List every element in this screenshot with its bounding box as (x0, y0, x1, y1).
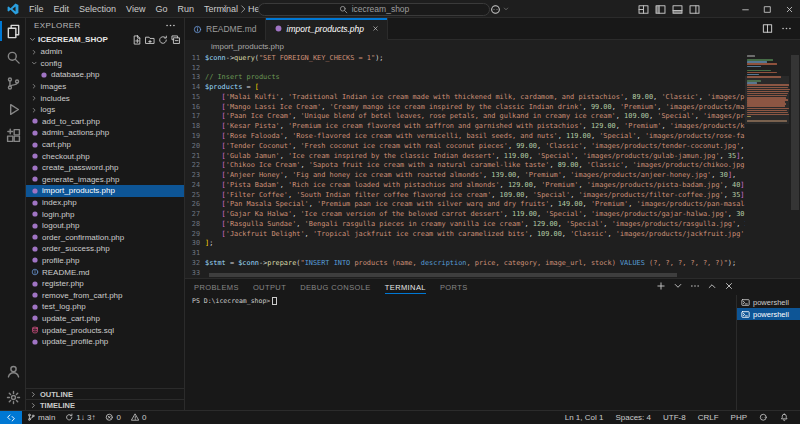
terminal-instance[interactable]: powershell (737, 296, 800, 308)
code-line-25[interactable]: 25 ['Filter Coffee', 'South Indian filte… (185, 190, 745, 200)
workspace-section-header[interactable]: ICECREAM_SHOP (26, 33, 184, 46)
file-item-register.php[interactable]: register.php (26, 278, 184, 290)
file-item-login.php[interactable]: login.php (26, 208, 184, 220)
file-item-import_products.php[interactable]: import_products.php (26, 185, 184, 197)
terminal[interactable]: PS D:\icecream_shop> (192, 297, 730, 305)
collapse-all-icon[interactable] (171, 35, 181, 45)
panel-tab-output[interactable]: OUTPUT (246, 279, 293, 295)
activity-settings[interactable] (0, 384, 26, 410)
code-line-18[interactable]: 18 ['Kesar Pista', 'Premium ice cream fl… (185, 121, 745, 131)
breadcrumb[interactable]: import_products.php (185, 40, 800, 53)
status-warning[interactable]: 0 (131, 413, 146, 422)
file-item-cart.php[interactable]: cart.php (26, 139, 184, 151)
layout-panel-icon[interactable] (672, 4, 683, 15)
code-line-32[interactable]: 32$stmt = $conn->prepare("INSERT INTO pr… (185, 258, 745, 268)
code-line-11[interactable]: 11$conn->query("SET FOREIGN_KEY_CHECKS =… (185, 53, 745, 63)
outline-section[interactable]: OUTLINE (26, 388, 184, 399)
code-line-29[interactable]: 29 ['Jackfruit Delight', 'Tropical jackf… (185, 229, 745, 239)
chev-up-icon[interactable] (707, 281, 717, 291)
file-item-remove_from_cart.php[interactable]: remove_from_cart.php (26, 289, 184, 301)
activity-search[interactable] (0, 44, 26, 70)
tab-import_products.php[interactable]: import_products.php (266, 18, 389, 40)
status-ln-1-col-1[interactable]: Ln 1, Col 1 (565, 413, 604, 422)
file-item-order_confirmation.php[interactable]: order_confirmation.php (26, 232, 184, 244)
file-item-create_password.php[interactable]: create_password.php (26, 162, 184, 174)
vertical-scrollbar[interactable] (791, 55, 799, 210)
minimize-button[interactable] (734, 0, 756, 18)
status-spaces-4[interactable]: Spaces: 4 (615, 413, 651, 422)
activity-files[interactable] (0, 18, 26, 44)
activity-source-control[interactable] (0, 70, 26, 96)
file-item-test_log.php[interactable]: test_log.php (26, 301, 184, 313)
menu-selection[interactable]: Selection (74, 0, 121, 18)
file-item-images[interactable]: images (26, 81, 184, 93)
status-sync[interactable]: 1↓ 3↑ (65, 413, 95, 422)
menu-view[interactable]: View (121, 0, 150, 18)
file-item-config[interactable]: config (26, 58, 184, 70)
code-line-28[interactable]: 28 ['Rasgulla Sundae', 'Bengali rasgulla… (185, 219, 745, 229)
code-line-22[interactable]: 22 ['Chikoo Ice Cream', 'Sapota fruit ic… (185, 160, 745, 170)
layout-grid-icon[interactable] (638, 4, 649, 15)
horizontal-scrollbar[interactable] (209, 273, 677, 277)
ellipsis-icon[interactable] (690, 281, 700, 291)
split-editor-icon[interactable] (762, 23, 773, 34)
panel-tab-problems[interactable]: PROBLEMS (187, 279, 246, 295)
code-line-15[interactable]: 15 ['Malai Kulfi', 'Traditional Indian i… (185, 92, 745, 102)
terminal-instance[interactable]: powershell (737, 308, 800, 320)
menu-edit[interactable]: Edit (49, 0, 75, 18)
minimap-slider[interactable] (745, 76, 789, 124)
menu-go[interactable]: Go (150, 0, 172, 18)
file-item-includes[interactable]: includes (26, 92, 184, 104)
back-arrow-icon[interactable] (220, 4, 230, 14)
menu-run[interactable]: Run (172, 0, 199, 18)
forward-arrow-icon[interactable] (238, 4, 248, 14)
new-file-icon[interactable] (132, 35, 142, 45)
code-line-13[interactable]: 13// Insert products (185, 73, 745, 83)
file-item-index.php[interactable]: index.php (26, 197, 184, 209)
copilot-menu[interactable] (490, 3, 509, 15)
file-item-update_cart.php[interactable]: update_cart.php (26, 313, 184, 325)
layout-right-icon[interactable] (689, 4, 700, 15)
panel-tab-ports[interactable]: PORTS (433, 279, 475, 295)
code-line-14[interactable]: 14$products = [ (185, 82, 745, 92)
close-icon[interactable] (372, 25, 379, 32)
file-item-profile.php[interactable]: profile.php (26, 255, 184, 267)
timeline-section[interactable]: TIMELINE (26, 399, 184, 410)
code-line-24[interactable]: 24 ['Pista Badam', 'Rich ice cream loade… (185, 180, 745, 190)
status-branch[interactable]: main (27, 413, 55, 422)
code-line-21[interactable]: 21 ['Gulab Jamun', 'Ice cream inspired b… (185, 151, 745, 161)
activity-debug[interactable] (0, 96, 26, 122)
file-item-logout.php[interactable]: logout.php (26, 220, 184, 232)
status-bell[interactable] (780, 413, 789, 422)
activity-extensions[interactable] (0, 122, 26, 148)
status-utf-8[interactable]: UTF-8 (663, 413, 686, 422)
file-item-database.php[interactable]: database.php (26, 69, 184, 81)
layout-left-icon[interactable] (655, 4, 666, 15)
code-line-19[interactable]: 19 ['Rose Falooda', 'Rose-flavored ice c… (185, 131, 745, 141)
status-error[interactable]: 0 (105, 413, 120, 422)
more-actions-icon[interactable] (165, 20, 176, 31)
status-crlf[interactable]: CRLF (698, 413, 719, 422)
file-item-admin[interactable]: admin (26, 46, 184, 58)
maximize-button[interactable] (756, 0, 778, 18)
code-line-23[interactable]: 23 ['Anjeer Honey', 'Fig and honey ice c… (185, 170, 745, 180)
code-editor[interactable]: 11$conn->query("SET FOREIGN_KEY_CHECKS =… (185, 53, 800, 278)
file-item-checkout.php[interactable]: checkout.php (26, 150, 184, 162)
menu-file[interactable]: File (24, 0, 49, 18)
code-line-30[interactable]: 30]; (185, 239, 745, 249)
code-line-17[interactable]: 17 ['Paan Ice Cream', 'Unique blend of b… (185, 112, 745, 122)
activity-account[interactable] (0, 358, 26, 384)
more-actions-icon[interactable] (781, 23, 792, 34)
tab-README.md[interactable]: README.md (185, 18, 266, 40)
file-item-generate_images.php[interactable]: generate_images.php (26, 174, 184, 186)
remote-indicator[interactable] (0, 411, 22, 424)
plus-icon[interactable] (656, 281, 666, 291)
chev-down-icon[interactable] (673, 281, 683, 291)
command-center-search[interactable]: icecream_shop (258, 3, 490, 16)
code-line-31[interactable]: 31 (185, 248, 745, 258)
new-folder-icon[interactable] (145, 35, 155, 45)
panel-tab-debug-console[interactable]: DEBUG CONSOLE (293, 279, 378, 295)
file-item-update_profile.php[interactable]: update_profile.php (26, 336, 184, 348)
code-line-12[interactable]: 12 (185, 63, 745, 73)
status-php[interactable]: PHP (731, 413, 747, 422)
